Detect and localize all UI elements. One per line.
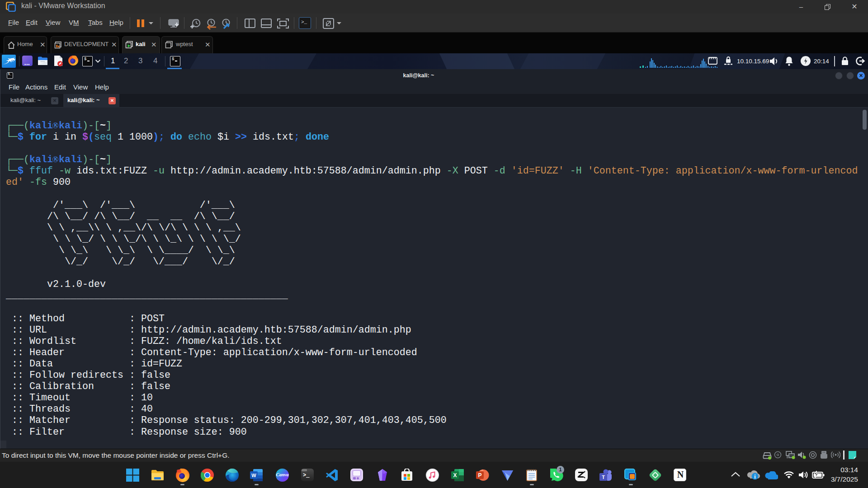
svg-text:P: P [478,472,481,479]
svg-text:T: T [602,474,605,480]
svg-text:X: X [453,472,457,479]
svg-text:W: W [251,473,256,478]
